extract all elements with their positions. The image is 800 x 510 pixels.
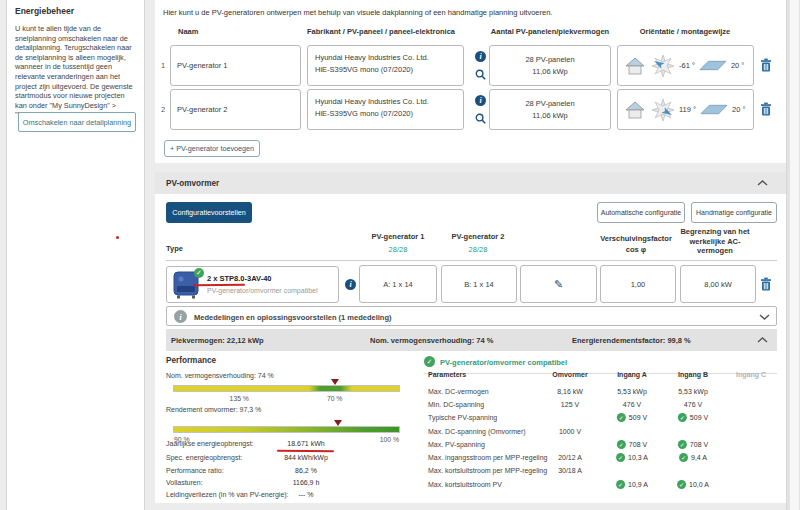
- ac-limit-cell[interactable]: 8,00 kW: [680, 265, 756, 303]
- param-label: Min. DC-spanning: [428, 401, 484, 408]
- magnifier-icon[interactable]: [475, 69, 486, 80]
- stat-value-specific-yield: 844 kWh/kWp: [266, 454, 346, 461]
- param-input-b-cell: ✓ 509 V: [678, 413, 708, 422]
- chevron-up-icon[interactable]: [757, 337, 768, 343]
- switch-to-detail-planning-button[interactable]: Omschakelen naar detailplanning: [18, 112, 136, 132]
- stat-label-annual-yield: Jaarlijkse energieopbrengst:: [166, 440, 254, 447]
- configuration-proposals-button[interactable]: Configuratievoorstellen: [166, 202, 252, 223]
- param-input-b-value: 10,0 A: [689, 481, 709, 488]
- param-input-b-value: 708 V: [690, 441, 708, 448]
- param-header-input-c: Ingang C: [736, 371, 766, 378]
- stat-value-performance-ratio: 86,2 %: [266, 467, 346, 474]
- check-icon: ✓: [616, 480, 625, 489]
- app-screen: Energiebeheer U kunt te allen tijde van …: [0, 0, 800, 510]
- check-icon: ✓: [678, 413, 687, 422]
- messages-accordion[interactable]: i Mededelingen en oplossingsvoorstellen …: [166, 306, 777, 326]
- param-label: Max. kortsluitstroom PV: [428, 481, 502, 488]
- cos-phi-cell[interactable]: 1,00: [600, 265, 676, 303]
- annotation-underline-yield: [277, 450, 334, 453]
- generator-name-input[interactable]: [170, 45, 301, 86]
- edit-assignment-cell[interactable]: ✎: [520, 265, 597, 303]
- input-b-cell[interactable]: B: 1 x 14: [441, 265, 517, 303]
- orientation-cell[interactable]: 119 ° 20 °: [617, 89, 754, 130]
- param-input-a-value: 708 V: [629, 441, 647, 448]
- param-label: Max. DC-spanning (Omvormer): [428, 428, 526, 435]
- delete-inverter-icon[interactable]: [760, 277, 772, 291]
- summary-energy-factor: Energierendementsfactor: 99,8 %: [572, 336, 691, 345]
- compatible-check-badge: ✓: [194, 268, 204, 278]
- intro-text: Hier kunt u de PV-generatoren ontwerpen …: [163, 8, 552, 17]
- tilt-value: 20 °: [731, 61, 744, 70]
- chevron-up-icon[interactable]: [757, 180, 768, 186]
- add-generator-button[interactable]: + PV-generator toevoegen: [164, 140, 260, 157]
- delete-generator-icon[interactable]: [760, 58, 772, 72]
- azimuth-value: -61 °: [679, 61, 695, 70]
- panel-count-cell[interactable]: 28 PV-panelen 11,06 kWp: [489, 45, 611, 86]
- check-icon: ✓: [678, 440, 687, 449]
- generator-module-cell[interactable]: Hyundai Heavy Industries Co. Ltd. HiE-S3…: [307, 89, 464, 130]
- gen1-assignment-ratio[interactable]: 28/28: [372, 245, 425, 254]
- param-input-a-value: 476 V: [623, 401, 641, 408]
- panel-count-cell[interactable]: 28 PV-panelen 11,06 kWp: [489, 89, 611, 130]
- delete-generator-icon[interactable]: [760, 102, 772, 116]
- param-input-b-value: 5,53 kWp: [678, 388, 708, 395]
- summary-bar[interactable]: Piekvermogen: 22,12 kWp Nom. vermogensve…: [166, 329, 777, 351]
- param-input-b-cell: ✓ 10,0 A: [677, 480, 709, 489]
- inverter-section-header[interactable]: PV-omvormer: [155, 172, 786, 194]
- column-header-ac-limit: Begrenzing van het werkelijke AC-vermoge…: [679, 227, 751, 256]
- param-input-a-value: 509 V: [629, 414, 647, 421]
- pv-inverter-card: PV-omvormer Configuratievoorstellen Auto…: [155, 172, 786, 503]
- compass-icon: [651, 54, 675, 78]
- compass-icon: [651, 98, 675, 122]
- gen2-assignment-ratio[interactable]: 28/28: [452, 245, 505, 254]
- param-input-b-value: 509 V: [690, 414, 708, 421]
- param-inverter-value: 8,16 kW: [557, 388, 583, 395]
- gauge1-tick-135: 135 %: [230, 395, 249, 402]
- column-header-manufacturer: Fabrikant / PV-paneel / paneel-elektroni…: [307, 27, 455, 36]
- inverter-info-icon[interactable]: i: [345, 279, 356, 290]
- annotation-red-dot: [116, 236, 119, 239]
- param-input-a-cell: ✓ 509 V: [617, 413, 647, 422]
- info-icon[interactable]: i: [475, 95, 486, 106]
- sidebar-description: U kunt te allen tijde van de snelplannin…: [15, 24, 137, 120]
- automatic-configuration-button[interactable]: Automatische configuratie: [597, 202, 685, 223]
- summary-nominal-ratio: Nom. vermogensverhouding: 74 %: [370, 336, 493, 345]
- generator-module-cell[interactable]: Hyundai Heavy Industries Co. Ltd. HiE-S3…: [307, 45, 464, 86]
- module-manufacturer: Hyundai Heavy Industries Co. Ltd.: [315, 97, 456, 106]
- column-header-panel-count: Aantal PV-panelen/piekvermogen: [491, 27, 609, 36]
- tilt-value: 20 °: [732, 105, 745, 114]
- scrollbar-track[interactable]: [790, 0, 799, 510]
- param-input-a-cell: ✓ 708 V: [617, 440, 647, 449]
- panel-count: 28 PV-panelen: [525, 99, 574, 108]
- orientation-cell[interactable]: -61 ° 20 °: [617, 45, 754, 86]
- manual-configuration-button[interactable]: Handmatige configuratie: [691, 202, 777, 223]
- compatibility-status-text: PV-generator/omvormer compatibel: [440, 358, 567, 367]
- param-input-a-value: 10,3 A: [628, 454, 648, 461]
- cos-phi-header-line2: cos φ: [600, 245, 672, 254]
- stat-label-specific-yield: Spec. energieopbrengst:: [166, 454, 242, 461]
- check-icon: ✓: [677, 480, 686, 489]
- module-model: HiE-S395VG mono (07/2020): [315, 109, 456, 118]
- stat-value-full-load-hours: 1166,9 h: [266, 479, 346, 486]
- sidebar-energy-management: Energiebeheer U kunt te allen tijde van …: [6, 0, 145, 510]
- param-label: Max. PV-spanning: [428, 441, 485, 448]
- magnifier-icon[interactable]: [475, 113, 486, 124]
- column-header-orientation: Oriëntatie / montagewijze: [640, 27, 730, 36]
- row-index: 1: [161, 61, 165, 70]
- inverter-section-title: PV-omvormer: [166, 179, 219, 188]
- stat-value-annual-yield: 18.671 kWh: [266, 440, 346, 447]
- module-manufacturer: Hyundai Heavy Industries Co. Ltd.: [315, 53, 456, 62]
- inverter-type-cell[interactable]: ✓ 2 x STP8.0-3AV-40 PV-generator/omvorme…: [166, 266, 339, 303]
- info-icon[interactable]: i: [475, 51, 486, 62]
- pencil-icon: ✎: [554, 278, 563, 291]
- param-input-b-cell: ✓ 708 V: [678, 440, 708, 449]
- input-a-cell[interactable]: A: 1 x 14: [359, 265, 437, 303]
- column-header-name: Naam: [178, 27, 198, 36]
- gauge2-tick-100: 100 %: [380, 436, 399, 443]
- header-divider: [166, 260, 777, 261]
- column-header-cos-phi: Verschuivingsfactor cos φ: [600, 234, 672, 254]
- table-row-generator-1: 1 Hyundai Heavy Industries Co. Ltd. HiE-…: [155, 45, 786, 86]
- param-input-b-value: 476 V: [684, 401, 702, 408]
- chevron-down-icon[interactable]: [759, 314, 770, 320]
- generator-name-input[interactable]: [170, 89, 301, 130]
